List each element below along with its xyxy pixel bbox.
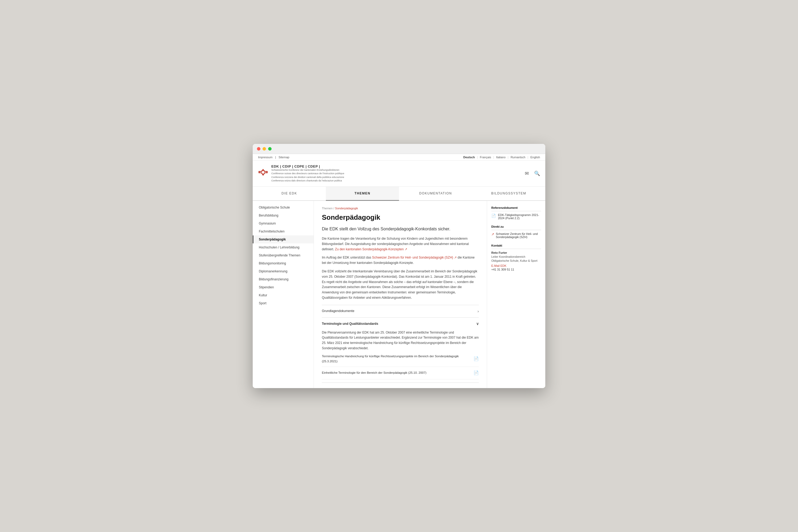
panel-contact-title: Kontakt (491, 244, 541, 249)
lang-francais[interactable]: Français (480, 156, 491, 159)
nav-bildungssystem[interactable]: BILDUNGSSYSTEM (472, 187, 545, 201)
nav-themen[interactable]: THEMEN (326, 187, 399, 201)
logo-area: EDK | CDIP | CDPE | CDEP | Schweizerisch… (258, 165, 344, 183)
accordion-item-grundlagen: Grundlagendokumente › (322, 305, 479, 318)
content-area: Obligatorische Schule Berufsbildung Gymn… (253, 201, 545, 388)
sidebar-item-stufenuebergreifend[interactable]: Stufenübergreifende Themen (253, 251, 314, 259)
ref-item-label[interactable]: EDK-Tätigkeitsprogramm 2021-2024 (Punkt … (498, 213, 541, 220)
panel-section-reference: Referenzdokument 📄 EDK-Tätigkeitsprogram… (491, 206, 541, 220)
titlebar (253, 144, 545, 154)
sidebar-item-fachmittelschulen[interactable]: Fachmittelschulen (253, 227, 314, 235)
utility-bar: Impressum | Sitemap Deutsch | Français |… (253, 154, 545, 161)
breadcrumb: Themen / Sonderpädagogik (322, 206, 479, 211)
page-title: Sonderpädagogik (322, 213, 479, 222)
utility-links: Impressum | Sitemap (258, 156, 289, 159)
sidebar-item-hochschulen[interactable]: Hochschulen / Lehrerbildung (253, 243, 314, 251)
minimize-button[interactable] (263, 147, 266, 151)
breadcrumb-parent[interactable]: Themen (322, 207, 332, 210)
accordion-header-terminologie[interactable]: Terminologie und Qualitätsstandards ∨ (322, 318, 479, 330)
konzepte-link[interactable]: Zu den kantonalen Sonderpädagogik-Konzep… (335, 247, 407, 251)
sidebar-item-stipendien[interactable]: Stipendien (253, 283, 314, 291)
maximize-button[interactable] (268, 147, 271, 151)
accordion: Grundlagendokumente › Terminologie und Q… (322, 305, 479, 383)
close-button[interactable] (257, 147, 261, 151)
nav-dokumentation[interactable]: DOKUMENTATION (399, 187, 472, 201)
main-nav: DIE EDK THEMEN DOKUMENTATION BILDUNGSSYS… (253, 187, 545, 201)
accordion-arrow-grundlagen: › (477, 308, 479, 314)
doc-file-icon-2[interactable]: 📄 (474, 369, 479, 376)
site-header: EDK | CDIP | CDPE | CDEP | Schweizerisch… (253, 161, 545, 187)
panel-reference-title: Referenzdokument (491, 206, 541, 211)
sidebar-item-diplomanerkennung[interactable]: Diplomanerkennung (253, 267, 314, 275)
doc-file-icon-1[interactable]: 📄 (474, 355, 479, 362)
edk-logo (258, 168, 268, 178)
doc-row-1: Terminologische Handreichung für künftig… (322, 351, 479, 367)
lang-rumantsch[interactable]: Rumantsch (510, 156, 525, 159)
doc-label-1: Terminologische Handreichung für künftig… (322, 354, 471, 364)
tagline-3: Conferenza svizzera dei direttori canton… (271, 175, 344, 179)
ref-item: 📄 EDK-Tätigkeitsprogramm 2021-2024 (Punk… (491, 213, 541, 220)
tagline-2: Conférence suisse des directeurs cantona… (271, 172, 344, 175)
accordion-label-terminologie: Terminologie und Qualitätsstandards (322, 321, 378, 326)
sidebar-item-sport[interactable]: Sport (253, 299, 314, 307)
main-content: Themen / Sonderpädagogik Sonderpädagogik… (314, 201, 487, 388)
szh-link[interactable]: Schweizer Zentrum für Heil- und Sonderpä… (372, 255, 457, 259)
contact-email-link[interactable]: E-Mail EDK (491, 264, 541, 267)
sidebar-item-kultur[interactable]: Kultur (253, 291, 314, 299)
direct-item-label[interactable]: Schweizer Zentrum für Heil- und Sonderpä… (496, 232, 541, 239)
sidebar-item-berufsbildung[interactable]: Berufsbildung (253, 211, 314, 220)
contact-role: Leiter Koordinationsbereich Obligatorisc… (491, 255, 541, 263)
ref-file-icon: 📄 (491, 214, 496, 218)
accordion-header-grundlagen[interactable]: Grundlagendokumente › (322, 305, 479, 317)
org-code: EDK | CDIP | CDPE | CDEP | (271, 165, 344, 168)
doc-label-2: Einheitliche Terminologie für den Bereic… (322, 370, 426, 375)
panel-section-contact: Kontakt Reto Furter Leiter Koordinations… (491, 244, 541, 271)
body-paragraph-1: Die Kantone tragen die Verantwortung für… (322, 236, 479, 252)
panel-section-direct: Direkt zu ↗ Schweizer Zentrum für Heil- … (491, 225, 541, 239)
sidebar-item-obligatorische-schule[interactable]: Obligatorische Schule (253, 204, 314, 211)
doc-row-2: Einheitliche Terminologie für den Bereic… (322, 367, 479, 379)
breadcrumb-current: Sonderpädagogik (335, 207, 358, 210)
tagline-4: Conferenza svizra dals directurs chantun… (271, 179, 344, 183)
sidebar-item-bildungsmonitoring[interactable]: Bildungsmonitoring (253, 259, 314, 267)
sidebar-item-gymnasium[interactable]: Gymnasium (253, 220, 314, 227)
panel-direct-title: Direkt zu (491, 225, 541, 230)
accordion-content-terminologie: Die Plenarversammlung der EDK hat am 25.… (322, 330, 479, 383)
lead-text: Die EDK stellt den Vollzug des Sonderpäd… (322, 226, 479, 232)
lang-english[interactable]: English (530, 156, 540, 159)
tagline-1: Schweizerische Konferenz der kantonalen … (271, 168, 344, 172)
language-switcher: Deutsch | Français | Italiano | Rumantsc… (463, 156, 540, 159)
accordion-item-terminologie: Terminologie und Qualitätsstandards ∨ Di… (322, 318, 479, 383)
direct-item: ↗ Schweizer Zentrum für Heil- und Sonder… (491, 232, 541, 239)
logo-text: EDK | CDIP | CDPE | CDEP | Schweizerisch… (271, 165, 344, 183)
terminologie-body: Die Plenarversammlung der EDK hat am 25.… (322, 330, 479, 351)
header-actions: ✉ 🔍 (525, 171, 540, 176)
lang-deutsch[interactable]: Deutsch (463, 156, 475, 159)
accordion-label-grundlagen: Grundlagendokumente (322, 308, 354, 314)
sidebar: Obligatorische Schule Berufsbildung Gymn… (253, 201, 314, 388)
sidebar-item-bildungsfinanzierung[interactable]: Bildungsfinanzierung (253, 275, 314, 283)
impressum-link[interactable]: Impressum (258, 156, 272, 159)
nav-die-edk[interactable]: DIE EDK (253, 187, 326, 201)
contact-phone: +41 31 309 51 11 (491, 268, 514, 271)
mail-icon[interactable]: ✉ (525, 171, 529, 176)
lang-italiano[interactable]: Italiano (496, 156, 506, 159)
search-icon[interactable]: 🔍 (534, 171, 540, 176)
right-panel: Referenzdokument 📄 EDK-Tätigkeitsprogram… (487, 201, 545, 388)
direct-arrow-icon: ↗ (491, 232, 494, 236)
contact-name: Reto Furter (491, 251, 541, 254)
browser-window: Impressum | Sitemap Deutsch | Français |… (253, 144, 545, 388)
body-paragraph-3: Die EDK vollzieht die Interkantonale Ver… (322, 269, 479, 301)
sitemap-link[interactable]: Sitemap (279, 156, 289, 159)
body-paragraph-2: Im Auftrag der EDK unterstützt das Schwe… (322, 255, 479, 266)
accordion-arrow-terminologie: ∨ (476, 321, 479, 327)
sidebar-item-sonderpaedagogik[interactable]: Sonderpädagogik (253, 235, 314, 243)
